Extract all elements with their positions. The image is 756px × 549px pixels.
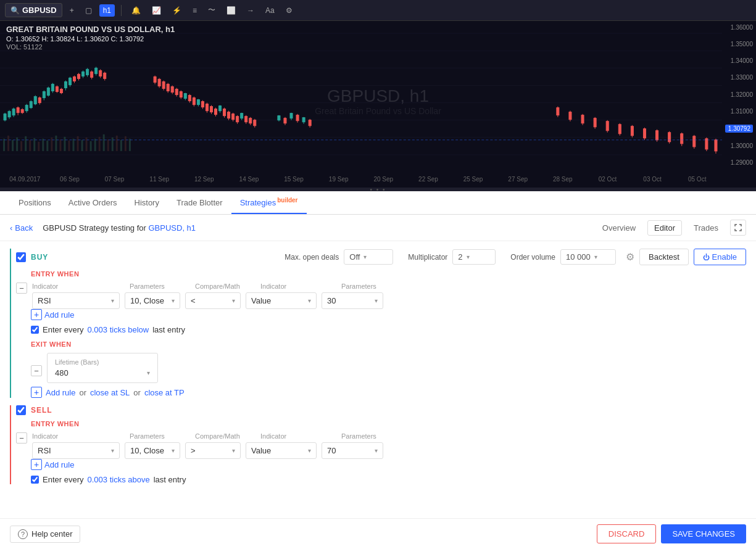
buy-exit-section: − Lifetime (Bars) 480 ▾ — [31, 353, 746, 383]
tab-active-orders[interactable]: Active Orders — [60, 193, 126, 213]
save-changes-btn[interactable]: SAVE CHANGES — [661, 524, 746, 543]
sell-compare-select[interactable]: > ▾ — [185, 442, 241, 459]
tab-history[interactable]: History — [126, 193, 168, 213]
buy-params-select[interactable]: 10, Close ▾ — [125, 292, 180, 309]
backtest-btn[interactable]: Backtest — [639, 249, 689, 265]
add-chart-btn[interactable]: + — [66, 4, 78, 17]
svg-rect-121 — [228, 112, 230, 118]
sell-indicator2-select[interactable]: Value ▾ — [246, 442, 317, 459]
max-deals-select[interactable]: Off ▾ — [344, 249, 393, 265]
settings-chart-btn[interactable]: ⚙ — [282, 4, 296, 17]
svg-rect-123 — [232, 114, 235, 120]
tab-trade-blotter[interactable]: Trade Blotter — [168, 193, 231, 213]
svg-rect-95 — [171, 86, 173, 92]
settings-icon[interactable]: ⚙ — [626, 251, 634, 263]
svg-rect-143 — [296, 115, 299, 121]
sell-indicator-select[interactable]: RSI ▾ — [32, 442, 120, 459]
sell-checkbox[interactable] — [16, 405, 26, 415]
ticks-link[interactable]: 0.003 ticks below — [87, 325, 149, 334]
back-button[interactable]: ‹ Back — [10, 223, 33, 233]
sell-add-rule-btn[interactable]: Add rule — [44, 460, 74, 469]
svg-rect-12 — [20, 141, 22, 151]
buy-compare-select[interactable]: < ▾ — [185, 292, 241, 309]
svg-rect-53 — [34, 97, 36, 104]
toolbar-left: 🔍 GBPUSD + ▢ h1 🔔 📈 ⚡ ≡ 〜 ⬜ → Aa ⚙ — [5, 3, 751, 17]
svg-rect-41 — [8, 112, 10, 117]
ticks-checkbox[interactable] — [31, 326, 39, 334]
sell-ticks-suffix: last entry — [154, 475, 186, 484]
close-sl-link[interactable]: close at SL — [90, 388, 130, 397]
buy-params2-select[interactable]: 30 ▾ — [322, 292, 383, 309]
max-deals-label: Max. open deals — [285, 253, 339, 262]
compare-btn[interactable]: ≡ — [189, 4, 201, 17]
buy-exit-when-label: EXIT WHEN — [31, 341, 746, 348]
time-12sep: 12 Sep — [182, 176, 227, 183]
svg-rect-113 — [210, 107, 212, 112]
sell-params-select[interactable]: 10, Close ▾ — [125, 442, 180, 459]
square-btn[interactable]: ▢ — [81, 4, 96, 17]
sell-params2-select[interactable]: 70 ▾ — [322, 442, 383, 459]
ov-arrow: ▾ — [594, 254, 597, 260]
lifetime-value-row[interactable]: 480 ▾ — [55, 368, 150, 378]
sell-remove-rule-btn[interactable]: − — [16, 432, 27, 444]
buy-checkbox[interactable] — [16, 252, 26, 262]
toolbar-right-group: Overview Editor Trades — [596, 220, 746, 236]
arrow-btn[interactable]: → — [243, 4, 258, 17]
symbol-search[interactable]: 🔍 GBPUSD — [5, 3, 62, 17]
sell-ticks-link[interactable]: 0.003 ticks above — [87, 475, 149, 484]
expand-panel-btn[interactable] — [730, 220, 746, 236]
indicator-btn[interactable]: ⚡ — [168, 4, 185, 17]
enable-btn[interactable]: ⏻ Enable — [694, 249, 746, 265]
sell-col-hdr-params2: Parameters — [341, 432, 403, 440]
close-tp-link[interactable]: close at TP — [144, 388, 185, 397]
view-overview-btn[interactable]: Overview — [596, 220, 642, 236]
time-19sep: 19 Sep — [316, 176, 361, 183]
buy-add-rule-btn[interactable]: Add rule — [44, 310, 74, 320]
tab-positions[interactable]: Positions — [10, 193, 60, 213]
chart-area: GREAT BRITAIN POUND VS US DOLLAR, h1 O: … — [0, 21, 756, 188]
time-axis: 04.09.2017 06 Sep 07 Sep 11 Sep 12 Sep 1… — [0, 170, 722, 188]
svg-rect-14 — [29, 140, 31, 151]
svg-rect-61 — [51, 84, 54, 91]
svg-rect-151 — [581, 115, 584, 123]
params-arr: ▾ — [172, 297, 175, 304]
discard-btn[interactable]: DISCARD — [597, 524, 657, 543]
sell-add-plus[interactable]: + — [31, 459, 42, 470]
col-hdr-compare: Compare/Math — [195, 283, 251, 290]
exit-add-rule-btn[interactable]: Add rule — [46, 388, 75, 397]
alert-btn[interactable]: 🔔 — [128, 4, 144, 17]
chart-header: GREAT BRITAIN POUND VS US DOLLAR, h1 O: … — [6, 25, 175, 51]
ind2-arr: ▾ — [308, 297, 311, 304]
measure-btn[interactable]: ⬜ — [223, 4, 239, 17]
svg-rect-101 — [184, 93, 186, 98]
buy-indicator-select[interactable]: RSI ▾ — [32, 292, 120, 309]
sell-ticks-checkbox[interactable] — [31, 476, 39, 484]
tab-strategies[interactable]: Strategiesbuilder — [231, 192, 307, 213]
time-07sep: 07 Sep — [92, 176, 137, 183]
svg-rect-22 — [64, 137, 65, 151]
footer-actions: DISCARD SAVE CHANGES — [597, 524, 746, 543]
order-volume-select[interactable]: 10 000 ▾ — [560, 249, 616, 265]
buy-remove-rule-btn[interactable]: − — [16, 283, 27, 294]
svg-rect-85 — [104, 73, 106, 78]
strategy-title-link[interactable]: GBPUSD, h1 — [148, 223, 196, 233]
multiplicator-select[interactable]: 2 ▾ — [452, 249, 496, 265]
timeframe-h1-btn[interactable]: h1 — [99, 4, 115, 17]
buy-add-plus[interactable]: + — [31, 309, 42, 320]
view-editor-btn[interactable]: Editor — [647, 220, 682, 236]
sell-col-hdr-compare: Compare/Math — [195, 432, 251, 440]
buy-indicator2-select[interactable]: Value ▾ — [246, 292, 317, 309]
text-btn[interactable]: Aa — [262, 4, 278, 17]
svg-rect-69 — [69, 78, 71, 85]
exit-minus-btn[interactable]: − — [31, 365, 42, 376]
view-trades-btn[interactable]: Trades — [687, 220, 725, 236]
svg-rect-167 — [681, 134, 683, 144]
svg-rect-135 — [278, 116, 280, 120]
chart-type-btn[interactable]: 📈 — [148, 4, 165, 17]
svg-rect-63 — [56, 86, 58, 91]
signal-btn[interactable]: 〜 — [204, 3, 219, 17]
svg-rect-155 — [606, 122, 609, 131]
help-center-btn[interactable]: ? Help center — [10, 526, 80, 543]
ticks-label: Enter every — [43, 325, 83, 334]
exit-add-plus[interactable]: + — [31, 387, 42, 398]
